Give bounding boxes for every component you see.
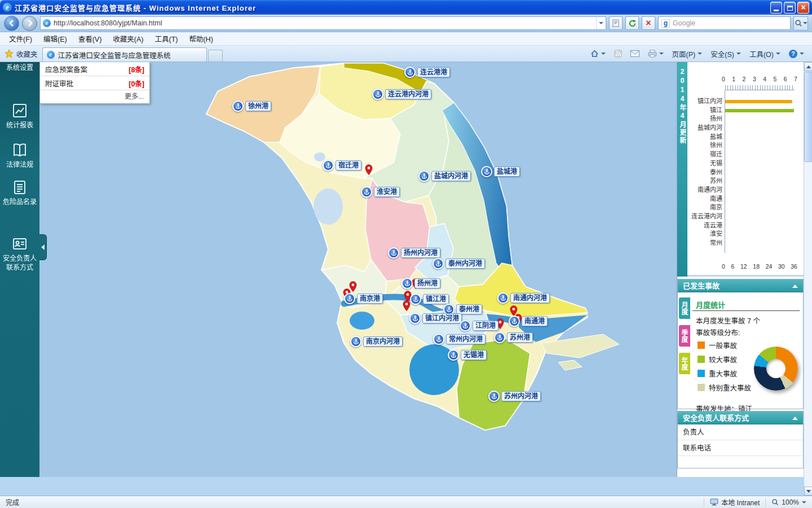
minimize-button[interactable] <box>770 2 782 14</box>
axis-tick-label: 6 <box>731 263 734 270</box>
contacts-panel-header: 安全负责人联系方式 <box>678 411 803 424</box>
contact-row[interactable]: 负责人 <box>678 424 803 440</box>
port-marker[interactable]: 江阴港 <box>460 320 498 331</box>
port-marker[interactable]: 连云港港 <box>404 67 450 78</box>
help-button[interactable]: ? <box>785 48 807 60</box>
menu-item[interactable]: 文件(F) <box>3 32 38 46</box>
axis-tick-label: 12 <box>740 263 747 270</box>
port-marker[interactable]: 南通内河港 <box>497 292 550 304</box>
menu-item[interactable]: 工具(T) <box>149 32 183 46</box>
page-menu-button[interactable]: 页面(P) <box>669 47 706 61</box>
quick-panel-row[interactable]: 附证审批 [0条] <box>40 76 149 90</box>
favorites-button[interactable]: 收藏夹 <box>0 46 42 62</box>
search-box[interactable]: g Google <box>658 16 791 30</box>
legend-item: 一般事故 <box>698 338 751 352</box>
tab-favicon: e <box>47 51 55 59</box>
sidebar-item-system-settings[interactable]: 系统设置 <box>0 63 39 72</box>
port-label: 镇江港 <box>423 294 449 304</box>
port-marker[interactable]: 南京内河港 <box>350 336 403 347</box>
compatibility-view-button[interactable] <box>609 16 623 30</box>
period-tab[interactable]: 季度 <box>679 325 690 347</box>
menu-item[interactable]: 帮助(H) <box>183 32 218 46</box>
more-link[interactable]: 更多... <box>40 90 149 103</box>
port-marker[interactable]: 泰州内河港 <box>433 258 485 269</box>
minimize-icon <box>774 10 779 11</box>
collapse-panel-button[interactable] <box>792 417 798 420</box>
forward-button[interactable] <box>22 16 37 31</box>
print-button[interactable] <box>645 48 667 59</box>
axis-tick-label: 36 <box>791 263 797 270</box>
port-marker[interactable]: 盐城内河港 <box>418 170 471 182</box>
port-marker[interactable]: 徐州港 <box>232 100 271 112</box>
contact-row[interactable]: 联系电话 <box>678 440 803 456</box>
anchor-icon <box>404 67 416 78</box>
back-button[interactable] <box>4 16 19 31</box>
port-marker[interactable]: 苏州内河港 <box>488 391 541 402</box>
port-marker[interactable]: 盐城港 <box>481 166 520 177</box>
port-marker[interactable]: 镇江港 <box>410 294 449 305</box>
browser-tab[interactable]: e 江苏省港口安全监管与应急管理系统 <box>42 47 207 62</box>
anchor-icon <box>361 186 372 198</box>
menu-item[interactable]: 查看(V) <box>73 32 108 46</box>
scroll-up-button[interactable] <box>804 62 812 71</box>
period-tab[interactable]: 年度 <box>679 353 690 374</box>
anchor-icon <box>481 166 492 177</box>
port-marker[interactable]: 无锡港 <box>448 349 487 361</box>
port-marker[interactable]: 扬州内河港 <box>388 247 440 259</box>
quick-panel-count: [8条] <box>129 64 144 75</box>
home-button[interactable] <box>587 48 609 59</box>
tools-menu-button[interactable]: 工具(O) <box>746 47 784 61</box>
new-tab-stub[interactable] <box>208 50 223 62</box>
incident-pin-icon[interactable] <box>364 164 373 176</box>
port-marker[interactable]: 南通港 <box>509 316 548 327</box>
address-input[interactable]: e http://localhost:8080/yjpt/Main.html <box>40 16 606 30</box>
sidebar-collapse-handle[interactable] <box>39 234 47 260</box>
port-marker[interactable]: 镇江内河港 <box>409 313 462 324</box>
port-marker[interactable]: 扬州港 <box>401 278 440 289</box>
legend-color-swatch <box>698 356 705 363</box>
menu-item[interactable]: 收藏夹(A) <box>107 32 149 46</box>
port-label: 连云港港 <box>417 67 450 77</box>
sidebar-item-dangerous-goods[interactable]: 危险品名录 <box>0 179 39 207</box>
map-area[interactable]: 应急预案备案 [8条] 附证审批 [0条] 更多... <box>39 62 677 477</box>
stop-button[interactable]: × <box>642 16 655 30</box>
zoom-control[interactable]: 100% <box>765 498 812 507</box>
port-marker[interactable]: 常州内河港 <box>433 334 486 345</box>
port-marker[interactable]: 淮安港 <box>361 186 400 198</box>
scroll-down-button[interactable] <box>804 487 812 496</box>
read-mail-button[interactable] <box>627 49 643 59</box>
legend-color-swatch <box>698 370 705 377</box>
anchor-icon <box>350 336 361 347</box>
anchor-icon <box>418 170 430 182</box>
restore-button[interactable] <box>784 2 796 14</box>
address-dropdown-button[interactable] <box>596 17 606 29</box>
axis-tick-label: 24 <box>766 263 773 270</box>
page-content: 系统设置 统计报表 法律法规 危险品名录 安全负责人联系方式 <box>0 62 804 477</box>
quick-panel-row[interactable]: 应急预案备案 [8条] <box>40 62 149 76</box>
rss-icon <box>614 50 622 58</box>
vertical-scrollbar[interactable] <box>804 62 812 496</box>
port-marker[interactable]: 南京港 <box>344 293 383 304</box>
feeds-button[interactable] <box>611 48 625 59</box>
anchor-icon <box>401 278 413 289</box>
port-marker[interactable]: 苏州港 <box>494 332 533 343</box>
period-tab[interactable]: 月度 <box>679 297 690 319</box>
anchor-icon <box>433 334 444 345</box>
close-button[interactable]: × <box>797 2 809 14</box>
scrollbar-thumb[interactable] <box>804 72 812 162</box>
sidebar-item-statistics[interactable]: 统计报表 <box>0 103 39 130</box>
port-marker[interactable]: 宿迁港 <box>323 160 361 171</box>
safety-menu-button[interactable]: 安全(S) <box>707 47 744 61</box>
home-icon <box>590 50 599 58</box>
menu-item[interactable]: 编辑(E) <box>38 32 73 46</box>
search-button[interactable] <box>793 16 808 30</box>
chart-icon <box>12 103 28 119</box>
refresh-button[interactable] <box>625 16 639 30</box>
chart-bars <box>687 62 804 277</box>
arrow-up-icon <box>806 65 811 68</box>
sidebar-item-safety-contacts[interactable]: 安全负责人联系方式 <box>0 236 39 272</box>
port-marker[interactable]: 连云港内河港 <box>372 89 431 100</box>
collapse-panel-button[interactable] <box>792 284 798 288</box>
sidebar-item-laws[interactable]: 法律法规 <box>0 142 39 169</box>
jiangsu-map <box>39 62 677 477</box>
